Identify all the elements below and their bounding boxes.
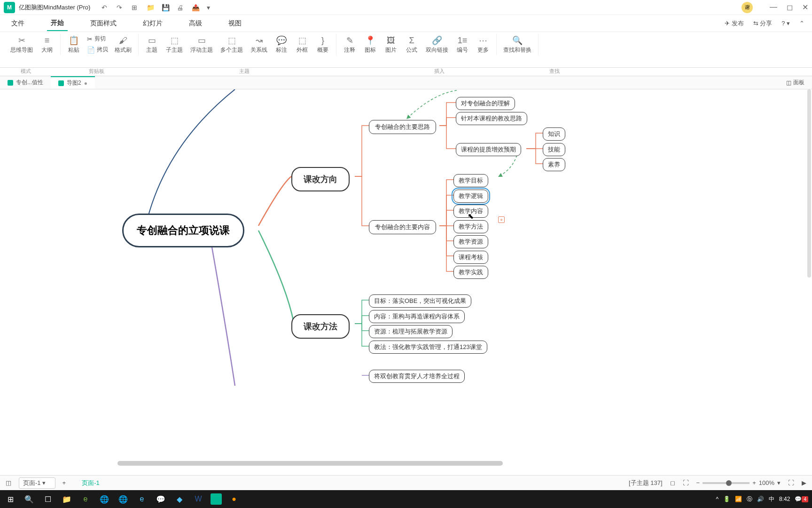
- app-icon-2[interactable]: ●: [227, 492, 241, 506]
- tray-ime[interactable]: 中: [769, 495, 774, 503]
- tray-volume-icon[interactable]: 🔊: [757, 496, 764, 502]
- node-leaf-0-0-2-1[interactable]: 技能: [543, 143, 565, 156]
- menu-slideshow[interactable]: 幻灯片: [139, 16, 166, 31]
- node-leaf-0-1-0[interactable]: 教学目标: [453, 174, 488, 187]
- search-button[interactable]: 🔍: [23, 492, 36, 506]
- more-button[interactable]: ⋯更多: [474, 34, 492, 55]
- node-leaf-0-1-6[interactable]: 教学实践: [453, 266, 488, 279]
- edge-icon[interactable]: e: [135, 492, 148, 506]
- tray-bluetooth-icon[interactable]: ⓑ: [747, 495, 752, 503]
- node-leaf-2-0[interactable]: 将双创教育贯穿人才培养全过程: [369, 370, 465, 383]
- node-leaf-0-1-5[interactable]: 课程考核: [453, 251, 488, 264]
- node-leaf-0-0-1[interactable]: 针对本课程的教改思路: [456, 112, 527, 125]
- node-leaf-1-0[interactable]: 目标：落实OBE，突出可视化成果: [369, 294, 471, 308]
- node-branch-1[interactable]: 课改方法: [291, 314, 350, 339]
- horizontal-scrollbar[interactable]: [117, 461, 503, 466]
- mindmaster-task-icon[interactable]: [211, 493, 222, 505]
- note-button[interactable]: ✎注释: [340, 34, 359, 55]
- help-button[interactable]: ? ▾: [781, 20, 790, 27]
- layout-icon[interactable]: ◫: [6, 479, 11, 486]
- chrome2-icon[interactable]: 🌐: [117, 492, 130, 506]
- app-icon-1[interactable]: ◆: [173, 492, 186, 506]
- paste-button[interactable]: 📋粘贴: [64, 34, 83, 55]
- fullscreen-icon[interactable]: ⛶: [788, 479, 794, 486]
- collapse-ribbon-button[interactable]: ⌃: [799, 20, 804, 27]
- outline-mode-button[interactable]: ≡大纲: [38, 34, 56, 55]
- relation-button[interactable]: ↝关系线: [248, 34, 270, 55]
- maximize-button[interactable]: ◻: [787, 3, 793, 12]
- word-icon[interactable]: W: [192, 492, 205, 506]
- node-branch-0[interactable]: 课改方向: [291, 167, 350, 191]
- node-leaf-0-0-2-2[interactable]: 素养: [543, 158, 565, 171]
- new-button[interactable]: ⊞: [132, 4, 139, 11]
- node-leaf-0-1-4[interactable]: 教学资源: [453, 235, 488, 248]
- menu-advanced[interactable]: 高级: [185, 16, 206, 31]
- fit-width-icon[interactable]: ⛶: [683, 479, 689, 486]
- node-leaf-0-0-2-0[interactable]: 知识: [543, 127, 565, 141]
- multiple-topic-button[interactable]: ⬚多个主题: [218, 34, 246, 55]
- node-leaf-1-3[interactable]: 教法：强化教学实践管理，打通123课堂: [369, 341, 487, 354]
- zoom-slider[interactable]: [703, 482, 750, 484]
- node-sub-0-1[interactable]: 专创融合的主要内容: [369, 220, 436, 234]
- find-replace-button[interactable]: 🔍查找和替换: [500, 34, 534, 55]
- notification-icon[interactable]: 💬4: [795, 496, 808, 502]
- page-dropdown[interactable]: 页面-1 ▾: [19, 477, 55, 489]
- start-button[interactable]: ⊞: [4, 492, 17, 506]
- node-leaf-0-1-3[interactable]: 教学方法: [453, 220, 488, 233]
- tray-battery-icon[interactable]: 🔋: [723, 496, 730, 502]
- page-tab[interactable]: 页面-1: [82, 479, 100, 487]
- callout-button[interactable]: 💬标注: [272, 34, 291, 55]
- task-view-button[interactable]: ☐: [41, 492, 55, 506]
- link-button[interactable]: 🔗双向链接: [423, 34, 451, 55]
- copy-button[interactable]: 📄拷贝: [85, 45, 110, 55]
- format-brush-button[interactable]: 🖌格式刷: [112, 34, 134, 55]
- edge-legacy-icon[interactable]: e: [79, 492, 92, 506]
- formula-button[interactable]: Σ公式: [402, 34, 421, 55]
- topic-button[interactable]: ▭主题: [142, 34, 161, 55]
- undo-button[interactable]: ↶: [102, 4, 109, 11]
- chrome-icon[interactable]: 🌐: [98, 492, 111, 506]
- doc-tab-1[interactable]: 导图2●: [51, 76, 95, 89]
- publish-button[interactable]: ✈ 发布: [725, 19, 744, 28]
- presentation-icon[interactable]: ▶: [802, 479, 806, 486]
- canvas[interactable]: 专创融合的立项说课 课改方向 课改方法 专创融合的主要思路 专创融合的主要内容 …: [0, 89, 812, 466]
- minimize-button[interactable]: —: [770, 3, 777, 12]
- node-leaf-1-2[interactable]: 资源：梳理与拓展教学资源: [369, 325, 453, 338]
- vertical-scrollbar[interactable]: [807, 89, 811, 278]
- doc-tab-0[interactable]: 专创...值性: [0, 76, 51, 89]
- menu-view[interactable]: 视图: [225, 16, 245, 31]
- node-leaf-0-0-2[interactable]: 课程的提质增效预期: [456, 143, 521, 156]
- node-leaf-1-1[interactable]: 内容：重构与再造课程内容体系: [369, 310, 465, 323]
- tray-up-icon[interactable]: ^: [716, 496, 718, 502]
- summary-button[interactable]: }概要: [313, 34, 332, 55]
- open-button[interactable]: 📁: [147, 4, 154, 11]
- tray-wifi-icon[interactable]: 📶: [735, 496, 742, 502]
- subtopic-button[interactable]: ⬚子主题: [163, 34, 186, 55]
- zoom-out-button[interactable]: −: [696, 479, 700, 486]
- number-button[interactable]: 1≡编号: [453, 34, 472, 55]
- menu-pagestyle[interactable]: 页面样式: [86, 16, 120, 31]
- floating-topic-button[interactable]: ▭浮动主题: [187, 34, 216, 55]
- fit-page-icon[interactable]: ◻: [670, 479, 675, 486]
- user-avatar[interactable]: 谢: [742, 2, 753, 13]
- wechat-icon[interactable]: 💬: [154, 492, 167, 506]
- print-button[interactable]: 🖨: [177, 4, 184, 11]
- explorer-icon[interactable]: 📁: [60, 492, 73, 506]
- image-button[interactable]: 🖼图片: [382, 34, 400, 55]
- menu-home[interactable]: 开始: [47, 16, 68, 31]
- close-button[interactable]: ✕: [802, 3, 808, 12]
- qat-more-button[interactable]: ▾: [207, 4, 214, 11]
- zoom-in-button[interactable]: +: [752, 479, 756, 486]
- node-leaf-0-1-1[interactable]: 教学逻辑: [453, 190, 488, 203]
- share-button[interactable]: ⇆ 分享: [753, 19, 773, 28]
- boundary-button[interactable]: ⬚外框: [293, 34, 312, 55]
- add-page-button[interactable]: +: [59, 478, 69, 488]
- mindmap-mode-button[interactable]: ✂思维导图: [8, 34, 36, 55]
- add-child-icon[interactable]: +: [498, 216, 505, 223]
- icon-button[interactable]: 📍图标: [361, 34, 380, 55]
- tray-time[interactable]: 8:42: [779, 496, 790, 502]
- zoom-control[interactable]: − + 100% ▾: [696, 479, 781, 486]
- save-button[interactable]: 💾: [162, 4, 169, 11]
- menu-file[interactable]: 文件: [8, 16, 28, 31]
- cut-button[interactable]: ✂剪切: [85, 34, 110, 44]
